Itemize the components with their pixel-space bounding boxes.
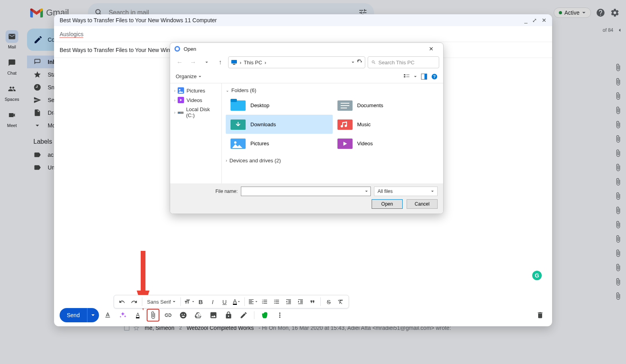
nav-up-button[interactable]: ↑ (215, 57, 226, 68)
insert-photo-button[interactable] (207, 309, 220, 322)
tree-item-localdisk[interactable]: ›Local Disk (C:) (170, 105, 221, 120)
draft-icon (33, 109, 41, 117)
svg-rect-5 (404, 74, 405, 75)
insert-drive-button[interactable] (192, 309, 205, 322)
breadcrumb-item[interactable]: This PC (244, 60, 262, 65)
insert-emoji-button[interactable] (177, 309, 190, 322)
text-color-button[interactable]: A (231, 296, 242, 307)
group-folders[interactable]: ⌄Folders (6) (226, 87, 439, 93)
attachment-icon (614, 192, 622, 200)
grammarly-icon[interactable]: G (532, 271, 542, 280)
tree-item-pictures[interactable]: ›Pictures (170, 86, 221, 95)
settings-icon[interactable] (610, 8, 620, 17)
align-button[interactable] (247, 296, 258, 307)
ai-suggest-button[interactable] (116, 309, 129, 322)
compose-icon (33, 35, 43, 44)
bulleted-list-button[interactable] (271, 296, 282, 307)
documents-folder-icon (337, 98, 353, 112)
preview-pane-icon[interactable] (421, 73, 427, 80)
svg-text:?: ? (433, 75, 436, 79)
minimize-icon[interactable]: _ (524, 17, 527, 23)
attachment-icon (614, 235, 622, 243)
redo-button[interactable] (128, 296, 140, 307)
indent-less-button[interactable] (283, 296, 294, 307)
attachment-icon (614, 149, 622, 157)
folder-main: ⌄Folders (6) Desktop Documents Downloads… (222, 83, 443, 183)
expand-icon[interactable]: ⤢ (532, 17, 537, 23)
numbered-list-button[interactable] (259, 296, 270, 307)
status-label: Active (564, 10, 579, 16)
pictures-icon (178, 87, 184, 94)
dialog-close-button[interactable]: ✕ (423, 43, 439, 54)
folder-music[interactable]: Music (333, 115, 440, 134)
cancel-button[interactable]: Cancel (407, 199, 438, 209)
chevron-down-icon[interactable] (365, 190, 368, 193)
chevron-left-icon[interactable] (616, 27, 623, 33)
group-devices[interactable]: ›Devices and drives (2) (226, 158, 439, 164)
folder-downloads[interactable]: Downloads (226, 115, 333, 134)
font-size-button[interactable] (183, 296, 194, 307)
organize-menu[interactable]: Organize (176, 73, 202, 79)
folder-videos[interactable]: Videos (333, 134, 440, 153)
dialog-toolbar: Organize ? (170, 70, 443, 83)
insert-signature-button[interactable] (237, 309, 250, 322)
bold-button[interactable]: B (195, 296, 206, 307)
quote-button[interactable] (307, 296, 318, 307)
send-button[interactable]: Send (60, 308, 99, 322)
recipient-chip[interactable]: Auslogics (60, 31, 83, 37)
drive-icon (178, 109, 184, 116)
help-icon[interactable]: ? (431, 73, 438, 80)
send-options-button[interactable] (87, 308, 99, 322)
evernote-button[interactable] (258, 309, 271, 322)
dialog-body: ›Pictures ›Videos ›Local Disk (C:) ⌄Fold… (170, 83, 443, 183)
underline-button[interactable]: U (219, 296, 230, 307)
rail-item-mail[interactable]: Mail (6, 30, 18, 49)
close-icon[interactable]: ✕ (542, 17, 547, 23)
dialog-bottom: File name: All files Open Cancel (170, 183, 443, 214)
dialog-search[interactable]: Search This PC (368, 56, 439, 68)
attach-file-button[interactable] (147, 309, 159, 322)
font-select[interactable]: Sans Serif (145, 296, 178, 307)
folder-desktop[interactable]: Desktop (226, 96, 333, 115)
indent-more-button[interactable] (295, 296, 306, 307)
confidential-mode-button[interactable] (222, 309, 235, 322)
remove-formatting-button[interactable] (335, 296, 346, 307)
rail-item-meet[interactable]: Meet (6, 109, 18, 128)
discard-draft-button[interactable] (534, 309, 547, 322)
italic-button[interactable]: I (207, 296, 218, 307)
filename-input[interactable] (241, 187, 371, 196)
left-rail: Mail Chat Spaces Meet (0, 25, 24, 364)
status-badge[interactable]: Active (554, 8, 591, 18)
nav-forward-button[interactable]: → (188, 57, 199, 68)
nav-recent-button[interactable] (201, 57, 212, 68)
formatting-toggle-button[interactable] (101, 309, 114, 322)
compose-titlebar[interactable]: Best Ways to Transfer Files to Your New … (54, 14, 552, 26)
rail-item-spaces[interactable]: Spaces (5, 83, 19, 102)
compose-to-field[interactable]: Auslogics (54, 26, 552, 42)
view-options-icon[interactable] (403, 73, 410, 80)
refresh-icon[interactable] (357, 60, 362, 65)
insert-link-button[interactable] (162, 309, 174, 322)
chevron-down-icon (91, 313, 95, 317)
chevron-down-icon[interactable] (414, 75, 417, 78)
address-bar[interactable]: › This PC › (228, 56, 365, 68)
filetype-select[interactable]: All files (374, 187, 438, 196)
strikethrough-button[interactable]: S (323, 296, 334, 307)
open-button[interactable]: Open (372, 199, 403, 209)
music-folder-icon (337, 117, 353, 131)
folder-documents[interactable]: Documents (333, 96, 440, 115)
chevron-down-icon[interactable] (351, 61, 355, 64)
svg-rect-21 (341, 103, 349, 104)
folder-tree: ›Pictures ›Videos ›Local Disk (C:) (170, 83, 222, 183)
folder-pictures[interactable]: Pictures (226, 134, 333, 153)
tree-item-videos[interactable]: ›Videos (170, 95, 221, 105)
undo-button[interactable] (116, 296, 128, 307)
nav-back-button[interactable]: ← (174, 57, 185, 68)
rail-item-chat[interactable]: Chat (6, 56, 18, 75)
more-options-button[interactable] (273, 309, 286, 322)
rail-chat-label: Chat (7, 71, 16, 75)
help-icon[interactable] (596, 8, 605, 17)
dialog-titlebar[interactable]: Open ✕ (170, 43, 443, 55)
search-icon (371, 60, 376, 65)
text-color-action-button[interactable]: A (132, 309, 144, 322)
